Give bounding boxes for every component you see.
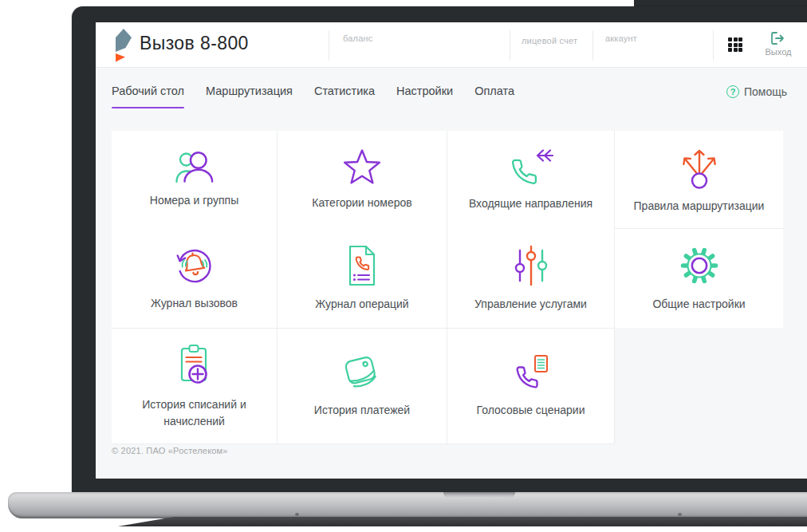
voice-scenarios-icon bbox=[511, 353, 551, 393]
header-divider bbox=[510, 30, 510, 61]
account-label: аккаунт bbox=[605, 33, 637, 43]
tile-service-management[interactable]: Управление услугами bbox=[447, 228, 615, 328]
incoming-call-icon bbox=[509, 147, 553, 187]
balance-label: баланс bbox=[343, 33, 372, 43]
logout-icon bbox=[770, 31, 786, 45]
help-question-icon bbox=[726, 85, 739, 98]
tile-routing-rules[interactable]: Правила маршрутизации bbox=[615, 131, 783, 228]
tile-label: Управление услугами bbox=[474, 296, 587, 312]
dashboard-tile-grid: Номера и группы Категории номеров bbox=[112, 131, 783, 444]
settings-gear-icon bbox=[678, 244, 721, 287]
tab-routing[interactable]: Маршрутизация bbox=[206, 85, 293, 108]
logout-label: Выход bbox=[766, 47, 792, 57]
tile-general-settings[interactable]: Общие настройки bbox=[615, 228, 783, 328]
app-window: Вызов 8-800 баланс лицевой счет аккаунт bbox=[96, 22, 807, 479]
tile-label: История списаний и начислений bbox=[124, 396, 266, 429]
app-header: Вызов 8-800 баланс лицевой счет аккаунт bbox=[96, 22, 807, 68]
laptop-base bbox=[8, 492, 807, 518]
tile-label: Журнал вызовов bbox=[151, 295, 238, 311]
tile-call-log[interactable]: Журнал вызовов bbox=[112, 228, 278, 328]
tile-incoming-directions[interactable]: Входящие направления bbox=[447, 131, 615, 228]
header-divider bbox=[713, 30, 714, 61]
nav-tabbar: Рабочий стол Маршрутизация Статистика На… bbox=[96, 68, 807, 108]
app-title: Вызов 8-800 bbox=[140, 33, 249, 54]
rostelecom-logo-icon bbox=[110, 27, 132, 64]
laptop-base-notch bbox=[443, 492, 515, 499]
tile-label: Журнал операций bbox=[315, 296, 408, 312]
tile-charges-history[interactable]: История списаний и начислений bbox=[112, 328, 278, 444]
laptop-mockup: Вызов 8-800 баланс лицевой счет аккаунт bbox=[0, 0, 807, 532]
laptop-base-underside bbox=[118, 517, 807, 526]
main-area: Рабочий стол Маршрутизация Статистика На… bbox=[96, 68, 807, 479]
tile-voice-scenarios[interactable]: Голосовые сценарии bbox=[447, 328, 615, 444]
payments-wallet-icon bbox=[341, 353, 384, 393]
header-divider bbox=[329, 30, 329, 61]
tile-empty bbox=[615, 328, 783, 444]
tile-numbers-and-groups[interactable]: Номера и группы bbox=[112, 131, 278, 228]
tile-label: Правила маршрутизации bbox=[634, 198, 765, 214]
tile-label: Общие настройки bbox=[652, 296, 745, 312]
routing-rules-icon bbox=[677, 144, 722, 189]
help-label: Помощь bbox=[744, 85, 787, 98]
tile-payments-history[interactable]: История платежей bbox=[278, 328, 447, 444]
apps-grid-icon[interactable] bbox=[728, 37, 742, 52]
tile-label: Категории номеров bbox=[312, 195, 412, 211]
laptop-foot bbox=[678, 513, 682, 516]
tile-label: Голосовые сценарии bbox=[477, 402, 585, 418]
tile-number-categories[interactable]: Категории номеров bbox=[278, 131, 447, 228]
tile-label: Номера и группы bbox=[150, 192, 238, 208]
operations-journal-icon bbox=[344, 244, 380, 287]
tile-label: История платежей bbox=[314, 402, 410, 418]
laptop-foot bbox=[295, 513, 299, 516]
tab-desktop[interactable]: Рабочий стол bbox=[112, 85, 184, 108]
users-icon bbox=[175, 150, 215, 183]
tile-operations-log[interactable]: Журнал операций bbox=[278, 228, 447, 328]
tab-statistics[interactable]: Статистика bbox=[314, 85, 375, 108]
call-journal-icon bbox=[174, 245, 215, 286]
tile-label: Входящие направления bbox=[469, 195, 592, 211]
header-divider bbox=[592, 30, 593, 61]
personal-account-label: лицевой счет bbox=[522, 36, 577, 45]
logout-button[interactable]: Выход bbox=[759, 31, 797, 57]
tab-payment[interactable]: Оплата bbox=[474, 85, 514, 108]
footer-copyright: © 2021. ПАО «Ростелеком» bbox=[112, 446, 228, 455]
star-icon bbox=[341, 148, 383, 186]
laptop-lid: Вызов 8-800 баланс лицевой счет аккаунт bbox=[72, 6, 807, 493]
tab-settings[interactable]: Настройки bbox=[396, 85, 453, 108]
laptop-screen: Вызов 8-800 баланс лицевой счет аккаунт bbox=[96, 22, 807, 479]
help-link[interactable]: Помощь bbox=[726, 85, 787, 98]
charges-history-icon bbox=[176, 343, 213, 388]
services-sliders-icon bbox=[513, 244, 549, 287]
